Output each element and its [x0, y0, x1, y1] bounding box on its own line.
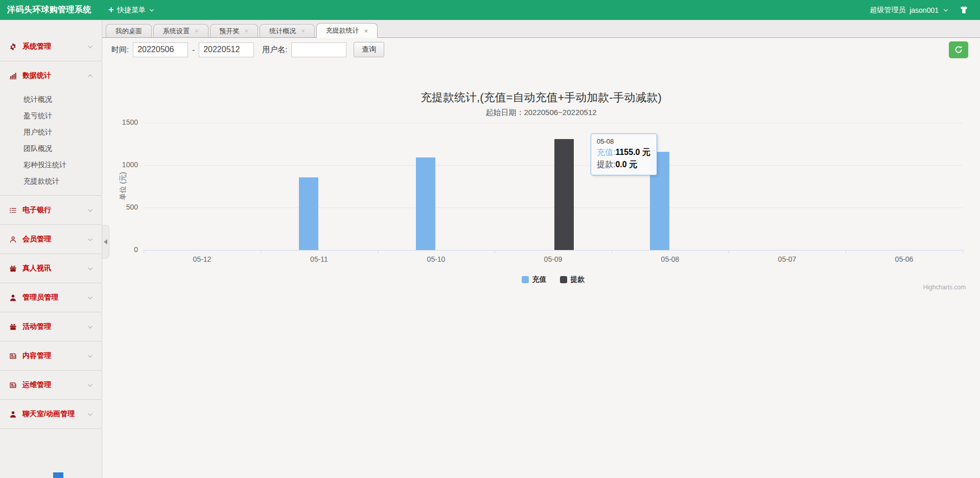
chart-title: 充提款统计,(充值=自动充值+手动加款-手动减款) — [102, 90, 980, 105]
tab-close-icon[interactable]: × — [364, 28, 368, 34]
list-icon — [8, 206, 18, 215]
sidebar-group-2: 电子银行 — [0, 196, 102, 225]
sidebar-group-item-5[interactable]: 管理员管理 — [0, 283, 102, 312]
chart-bar-充值-05-11[interactable] — [299, 177, 318, 250]
chevron-down-icon — [87, 207, 94, 214]
search-button[interactable]: 查询 — [354, 42, 384, 57]
chart-subtitle: 起始日期：20220506~20220512 — [102, 108, 980, 118]
y-axis-label: 500 — [106, 203, 138, 211]
chart-bar-提款-05-09[interactable] — [554, 139, 574, 250]
chart: 充提款统计,(充值=自动充值+手动加款-手动减款) 起始日期：20220506~… — [102, 89, 980, 322]
bottom-scroll-thumb[interactable] — [53, 472, 63, 478]
tooltip-header: 05-08 — [597, 138, 650, 145]
sidebar-group-item-9[interactable]: 聊天室/动画管理 — [0, 400, 102, 428]
time-label: 时间: — [111, 45, 129, 55]
sidebar-group-item-0[interactable]: 系统管理 — [0, 32, 102, 61]
sidebar-group-item-7[interactable]: 内容管理 — [0, 342, 102, 370]
gridline — [144, 208, 963, 208]
tab-3[interactable]: 统计概况× — [260, 24, 315, 37]
gear-icon — [8, 42, 18, 51]
tab-label: 我的桌面 — [115, 27, 142, 36]
highcharts-credit[interactable]: Highcharts.com — [102, 284, 966, 291]
tab-4[interactable]: 充提款统计× — [316, 23, 378, 38]
sidebar-subitem[interactable]: 盈亏统计 — [0, 107, 102, 124]
tab-2[interactable]: 预开奖× — [210, 24, 259, 37]
chevron-down-icon — [87, 324, 94, 330]
legend-label: 提款 — [571, 275, 585, 284]
y-axis-title: 单位 (元) — [119, 172, 128, 200]
chart-bar-充值-05-10[interactable] — [416, 157, 435, 250]
user-name: jason001 — [909, 6, 939, 14]
x-axis-label: 05-10 — [413, 255, 459, 263]
tab-bar: 我的桌面系统设置×预开奖×统计概况×充提款统计× — [102, 20, 980, 37]
sidebar-group-label: 会员管理 — [22, 235, 51, 244]
sidebar-group-item-1[interactable]: 数据统计 — [0, 61, 102, 90]
x-axis-tick — [729, 250, 729, 253]
refresh-button[interactable] — [949, 41, 968, 58]
sidebar-group-4: 真人视讯 — [0, 254, 102, 283]
sidebar-group-0: 系统管理 — [0, 32, 102, 61]
gift-icon — [8, 323, 18, 331]
x-axis-line — [144, 250, 963, 251]
sidebar-group-label: 系统管理 — [22, 42, 51, 51]
date-from-input[interactable] — [133, 42, 188, 57]
x-axis-label: 05-09 — [530, 255, 576, 263]
tab-close-icon[interactable]: × — [301, 28, 305, 34]
sidebar-group-label: 内容管理 — [22, 351, 51, 360]
chevron-down-icon — [87, 43, 94, 50]
date-separator: - — [192, 45, 195, 54]
sidebar-group-item-8[interactable]: 运维管理 — [0, 371, 102, 399]
tab-close-icon[interactable]: × — [245, 28, 249, 34]
sidebar-subitem[interactable]: 用户统计 — [0, 124, 102, 140]
chevron-down-icon — [87, 294, 94, 301]
y-axis-label: 1000 — [106, 161, 138, 169]
quick-menu-button[interactable]: + 快捷菜单 — [108, 6, 155, 15]
sidebar-subitem[interactable]: 充提款统计 — [0, 173, 102, 189]
newspaper-icon — [8, 381, 18, 390]
app-title: 洋码头环球购管理系统 — [7, 5, 91, 15]
sidebar-subitem[interactable]: 团队概况 — [0, 140, 102, 156]
gift-icon — [8, 264, 18, 273]
top-header: 洋码头环球购管理系统 + 快捷菜单 超级管理员 jason001 — [0, 0, 980, 20]
tab-label: 统计概况 — [269, 27, 296, 36]
sidebar-subitem[interactable]: 彩种投注统计 — [0, 156, 102, 173]
x-axis-label: 05-06 — [881, 255, 927, 263]
refresh-icon — [954, 45, 963, 54]
user-outline-icon — [8, 235, 18, 244]
chevron-up-icon — [87, 73, 94, 79]
sidebar-group-item-6[interactable]: 活动管理 — [0, 312, 102, 341]
chart-tooltip: 05-08 充值:1155.0 元提款:0.0 元 — [591, 133, 657, 175]
sidebar-group-9: 聊天室/动画管理 — [0, 400, 102, 429]
tab-label: 充提款统计 — [326, 26, 359, 35]
username-label: 用户名: — [262, 45, 287, 55]
newspaper-icon — [8, 352, 18, 360]
sidebar-group-label: 运维管理 — [22, 380, 51, 390]
sidebar-group-item-2[interactable]: 电子银行 — [0, 196, 102, 224]
y-axis-label: 0 — [106, 245, 138, 254]
sidebar-subitem[interactable]: 统计概况 — [0, 91, 102, 107]
tooltip-rows: 充值:1155.0 元提款:0.0 元 — [597, 146, 650, 171]
theme-shirt-icon[interactable] — [959, 6, 969, 14]
tab-close-icon[interactable]: × — [195, 28, 199, 34]
sidebar-group-3: 会员管理 — [0, 225, 102, 254]
chevron-down-icon — [87, 382, 94, 389]
tooltip-row: 提款:0.0 元 — [597, 158, 650, 171]
sidebar-collapse-handle[interactable] — [102, 225, 109, 259]
legend-item-提款[interactable]: 提款 — [560, 275, 585, 284]
tab-label: 系统设置 — [163, 27, 190, 36]
username-input[interactable] — [291, 42, 346, 57]
x-axis-label: 05-12 — [179, 255, 225, 263]
sidebar-group-item-3[interactable]: 会员管理 — [0, 225, 102, 254]
tooltip-row: 充值:1155.0 元 — [597, 146, 650, 158]
user-menu[interactable]: 超级管理员 jason001 — [870, 6, 949, 15]
sidebar-group-5: 管理员管理 — [0, 283, 102, 312]
chevron-down-icon — [87, 236, 94, 243]
legend-item-充值[interactable]: 充值 — [522, 275, 547, 284]
sidebar-group-item-4[interactable]: 真人视讯 — [0, 254, 102, 283]
date-to-input[interactable] — [199, 42, 254, 57]
tab-1[interactable]: 系统设置× — [153, 24, 208, 37]
tab-0[interactable]: 我的桌面 — [106, 24, 152, 37]
sidebar-group-label: 数据统计 — [22, 71, 51, 80]
sidebar-group-1: 数据统计统计概况盈亏统计用户统计团队概况彩种投注统计充提款统计 — [0, 61, 102, 196]
sidebar-group-6: 活动管理 — [0, 312, 102, 342]
